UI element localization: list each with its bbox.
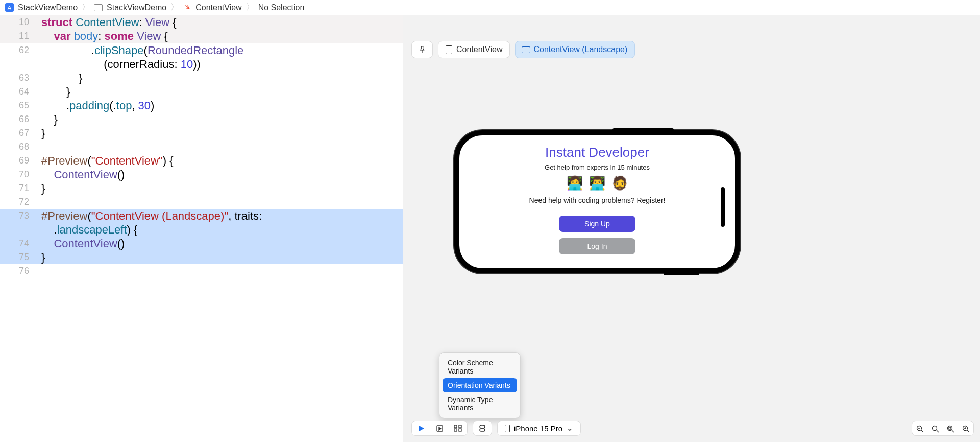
dynamic-island [721,187,725,227]
line-number: 69 [0,154,33,168]
preview-toolbar: iPhone 15 Pro ⌄ [411,421,581,436]
swift-file-icon [183,3,191,12]
code-line[interactable]: ContentView() [41,237,403,250]
breadcrumb-item[interactable]: StackViewDemo [18,3,78,12]
svg-point-9 [947,426,952,430]
line-number: 11 [0,29,33,43]
line-number: 63 [0,71,33,85]
avatar-icon: 👩‍💻 [567,175,583,191]
line-number [0,57,33,71]
code-line[interactable]: } [41,126,403,140]
line-number: 10 [0,15,33,29]
device-name: iPhone 15 Pro [514,424,562,433]
avatar-icon: 👨‍💻 [589,175,605,191]
code-line[interactable]: .landscapeLeft) { [41,223,403,237]
code-line[interactable] [41,140,403,154]
device-selector[interactable]: iPhone 15 Pro ⌄ [497,421,581,436]
app-title: Instant Developer [545,145,649,160]
svg-rect-10 [949,427,951,429]
breadcrumb-item[interactable]: ContentView [195,3,241,12]
svg-rect-3 [454,429,457,431]
app-preview-content: Instant Developer Get help from experts … [459,135,735,261]
code-line[interactable]: } [41,250,403,264]
code-line[interactable]: } [41,112,403,126]
preview-canvas: ContentViewContentView (Landscape) Insta… [403,15,980,442]
folder-icon [94,4,103,11]
breadcrumb-item[interactable]: No Selection [258,3,305,12]
preview-tab-label: ContentView [456,45,502,54]
chevron-right-icon: 〉 [170,2,179,13]
device-icon [522,46,530,53]
code-line[interactable]: } [41,71,403,85]
zoom-actual-button[interactable] [927,421,943,436]
code-line[interactable]: } [41,181,403,195]
code-line[interactable]: var body: some View { [41,29,403,43]
code-line[interactable]: (cornerRadius: 10)) [41,57,403,71]
live-preview-button[interactable] [412,421,430,436]
device-icon [505,425,510,432]
line-number [0,223,33,237]
svg-rect-5 [480,425,485,428]
code-line[interactable]: struct ContentView: View { [41,15,403,29]
code-line[interactable]: .clipShape(RoundedRectangle [41,43,403,57]
chevron-down-icon: ⌄ [567,424,573,433]
line-number: 72 [0,195,33,209]
line-number: 71 [0,181,33,195]
code-line[interactable]: ContentView() [41,168,403,181]
help-text: Need help with coding problems? Register… [529,196,666,204]
code-line[interactable]: .padding(.top, 30) [41,99,403,112]
variants-button[interactable] [449,421,467,436]
chevron-right-icon: 〉 [246,2,254,13]
line-number: 68 [0,140,33,154]
line-number: 65 [0,99,33,112]
device-icon [446,45,452,54]
app-subtitle: Get help from experts in 15 minutes [545,164,650,171]
svg-rect-6 [480,429,485,431]
avatar-row: 👩‍💻 👨‍💻 🧔 [567,175,628,191]
zoom-in-button[interactable] [958,421,973,436]
variants-menu[interactable]: Color Scheme VariantsOrientation Variant… [439,352,521,418]
zoom-out-button[interactable] [912,421,927,436]
line-number: 64 [0,85,33,99]
code-editor[interactable]: 10struct ContentView: View {11 var body:… [0,15,403,442]
line-number: 66 [0,112,33,126]
line-number: 75 [0,250,33,264]
variants-menu-item[interactable]: Color Scheme Variants [443,356,517,378]
line-number: 62 [0,43,33,57]
svg-point-8 [932,426,937,430]
breadcrumb-item[interactable]: StackViewDemo [107,3,166,12]
svg-rect-2 [459,425,461,428]
avatar-icon: 🧔 [611,175,628,191]
line-number: 67 [0,126,33,140]
device-preview: Instant Developer Get help from experts … [454,130,740,273]
svg-rect-4 [459,429,461,431]
svg-rect-1 [454,425,457,428]
code-line[interactable]: } [41,85,403,99]
phone-speaker-notch [612,128,674,131]
line-number: 76 [0,264,33,278]
code-line[interactable] [41,195,403,209]
preview-tab[interactable]: ContentView [438,41,510,58]
code-line[interactable] [41,264,403,278]
phone-button-notch [664,272,699,275]
zoom-controls [912,421,974,436]
line-number: 70 [0,168,33,181]
pin-preview-button[interactable] [411,41,433,58]
breadcrumb: A StackViewDemo 〉 StackViewDemo 〉 Conten… [0,0,980,15]
variants-menu-item[interactable]: Dynamic Type Variants [443,392,517,415]
preview-tab-label: ContentView (Landscape) [533,45,627,54]
line-number: 74 [0,237,33,250]
selectable-preview-button[interactable] [430,421,449,436]
pin-icon [419,45,425,54]
xcode-project-icon: A [5,3,14,12]
chevron-right-icon: 〉 [82,2,90,13]
signup-button: Sign Up [559,216,635,232]
sticky-header: 10struct ContentView: View {11 var body:… [0,15,403,43]
code-line[interactable]: #Preview("ContentView") { [41,154,403,168]
device-settings-button[interactable] [473,421,492,436]
variants-menu-item[interactable]: Orientation Variants [443,378,517,392]
login-button: Log In [559,238,635,254]
zoom-fit-button[interactable] [943,421,958,436]
code-line[interactable]: #Preview("ContentView (Landscape)", trai… [41,209,403,223]
preview-tab[interactable]: ContentView (Landscape) [515,41,635,58]
